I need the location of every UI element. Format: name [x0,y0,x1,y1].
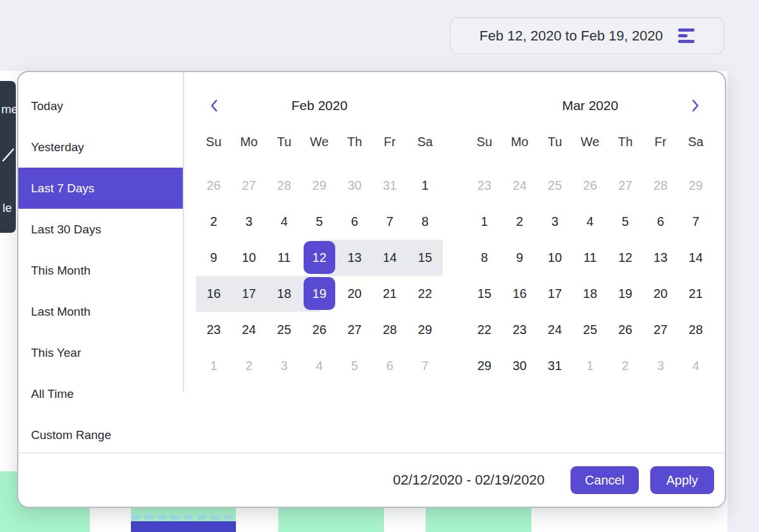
day-cell[interactable]: 25 [537,168,572,204]
day-cell[interactable]: 12 [608,240,643,276]
apply-button[interactable]: Apply [650,466,714,494]
day-cell[interactable]: 11 [572,240,608,276]
next-month-button[interactable] [678,91,713,120]
preset-item-today[interactable]: Today [18,85,183,127]
day-cell[interactable]: 22 [467,312,502,348]
day-cell[interactable]: 2 [502,204,538,240]
day-cell[interactable]: 26 [572,168,608,204]
day-cell[interactable]: 13 [643,240,678,276]
day-cell[interactable]: 22 [407,276,443,312]
day-cell[interactable]: 6 [372,348,407,384]
day-cell[interactable]: 24 [231,312,267,348]
day-cell[interactable]: 1 [407,168,443,204]
preset-item-this-month[interactable]: This Month [18,250,183,291]
day-cell[interactable]: 26 [608,312,643,348]
day-cell[interactable]: 3 [231,204,267,240]
day-cell[interactable]: 21 [678,276,713,312]
day-cell[interactable]: 29 [302,168,337,204]
day-cell[interactable]: 23 [196,312,231,348]
preset-item-all-time[interactable]: All Time [18,373,183,414]
day-cell[interactable]: 8 [467,240,502,276]
day-cell[interactable]: 1 [572,348,608,384]
day-cell[interactable]: 10 [231,240,267,276]
day-cell[interactable]: 11 [266,240,302,276]
day-cell[interactable]: 15 [407,240,443,276]
prev-month-button[interactable] [196,91,231,120]
preset-item-last-30-days[interactable]: Last 30 Days [18,209,183,250]
day-cell[interactable]: 13 [337,240,373,276]
day-cell[interactable]: 23 [467,168,502,204]
day-cell[interactable]: 23 [502,312,538,348]
day-cell[interactable]: 9 [196,240,231,276]
day-cell[interactable]: 6 [337,204,373,240]
day-cell[interactable]: 28 [643,168,678,204]
date-range-input[interactable]: Feb 12, 2020 to Feb 19, 2020 [450,17,724,54]
day-cell[interactable]: 28 [678,312,713,348]
day-cell[interactable]: 26 [196,168,231,204]
day-cell[interactable]: 7 [678,204,713,240]
preset-item-this-year[interactable]: This Year [18,332,183,373]
day-cell[interactable]: 25 [572,312,608,348]
day-cell[interactable]: 21 [372,276,407,312]
day-cell[interactable]: 2 [231,348,267,384]
day-cell[interactable]: 16 [502,276,538,312]
day-cell[interactable]: 18 [572,276,608,312]
day-cell[interactable]: 27 [231,168,267,204]
day-cell[interactable]: 7 [372,204,407,240]
day-cell[interactable]: 27 [608,168,643,204]
day-cell[interactable]: 17 [231,276,267,312]
preset-item-yesterday[interactable]: Yesterday [18,127,183,168]
day-cell[interactable]: 17 [537,276,572,312]
day-cell[interactable]: 12 [302,240,337,276]
day-cell[interactable]: 2 [608,348,643,384]
weekday-header: Sa [407,129,443,154]
day-cell[interactable]: 14 [372,240,407,276]
preset-item-last-month[interactable]: Last Month [18,291,183,332]
day-cell[interactable]: 19 [608,276,643,312]
day-cell[interactable]: 30 [502,348,538,384]
day-cell[interactable]: 25 [266,312,302,348]
day-cell[interactable]: 5 [302,204,337,240]
day-cell[interactable]: 19 [302,276,337,312]
day-cell[interactable]: 29 [678,168,713,204]
day-cell[interactable]: 28 [266,168,302,204]
day-cell[interactable]: 27 [337,312,373,348]
day-cell[interactable]: 6 [643,204,678,240]
day-cell[interactable]: 4 [572,204,608,240]
day-cell[interactable]: 27 [643,312,678,348]
cancel-button[interactable]: Cancel [571,466,639,494]
day-cell[interactable]: 3 [537,204,572,240]
preset-item-custom-range[interactable]: Custom Range [18,414,183,455]
day-cell[interactable]: 7 [407,348,443,384]
day-cell[interactable]: 29 [467,348,502,384]
day-cell[interactable]: 1 [196,348,231,384]
day-cell[interactable]: 31 [537,348,572,384]
day-cell[interactable]: 31 [372,168,407,204]
day-cell[interactable]: 20 [643,276,678,312]
day-cell[interactable]: 3 [266,348,302,384]
preset-item-last-7-days[interactable]: Last 7 Days [18,168,183,209]
day-cell[interactable]: 28 [372,312,407,348]
day-cell[interactable]: 1 [467,204,502,240]
day-cell[interactable]: 4 [302,348,337,384]
day-cell[interactable]: 4 [678,348,713,384]
day-cell[interactable]: 30 [337,168,373,204]
day-cell[interactable]: 8 [407,204,443,240]
filter-lines-icon[interactable] [678,28,694,43]
day-cell[interactable]: 5 [337,348,373,384]
day-cell[interactable]: 29 [407,312,443,348]
day-cell[interactable]: 2 [196,204,231,240]
day-cell[interactable]: 15 [467,276,502,312]
day-cell[interactable]: 18 [266,276,302,312]
day-cell[interactable]: 9 [502,240,538,276]
day-cell[interactable]: 4 [266,204,302,240]
day-cell[interactable]: 3 [643,348,678,384]
day-cell[interactable]: 10 [537,240,572,276]
day-cell[interactable]: 5 [608,204,643,240]
day-cell[interactable]: 20 [337,276,373,312]
day-cell[interactable]: 24 [502,168,538,204]
day-cell[interactable]: 14 [678,240,713,276]
day-cell[interactable]: 24 [537,312,572,348]
day-cell[interactable]: 26 [302,312,337,348]
day-cell[interactable]: 16 [196,276,231,312]
